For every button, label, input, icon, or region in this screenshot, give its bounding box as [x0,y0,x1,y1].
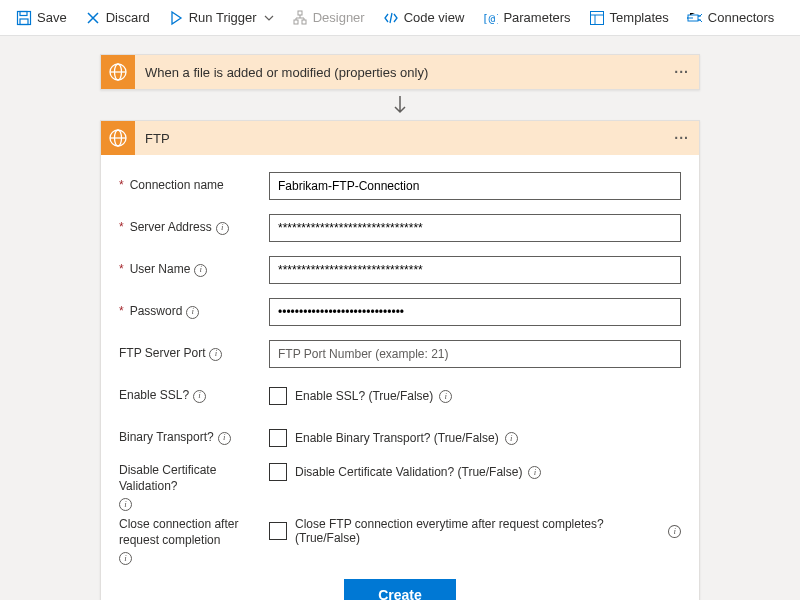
label-disable-cert: Disable Certificate Validation? i [119,463,269,511]
label-password: *Password i [119,304,269,320]
ftp-card-header[interactable]: FTP ··· [101,121,699,155]
trigger-card[interactable]: When a file is added or modified (proper… [100,54,700,90]
templates-button[interactable]: Templates [581,6,677,30]
label-server-address: *Server Address i [119,220,269,236]
binary-transport-check-label: Enable Binary Transport? (True/False) i [295,431,518,445]
connectors-label: Connectors [708,10,774,25]
connectors-button[interactable]: Connectors [679,6,782,30]
connection-name-input[interactable] [269,172,681,200]
row-disable-cert: Disable Certificate Validation? i Disabl… [119,461,681,511]
code-view-button[interactable]: Code view [375,6,473,30]
play-icon [168,10,184,26]
parameters-label: Parameters [503,10,570,25]
svg-rect-3 [298,11,302,15]
row-connection-name: *Connection name [119,167,681,205]
info-icon[interactable]: i [193,390,206,403]
trigger-card-header[interactable]: When a file is added or modified (proper… [101,55,699,89]
svg-rect-4 [294,20,298,24]
binary-transport-checkbox[interactable] [269,429,287,447]
ftp-form: *Connection name *Server Address i *User… [101,155,699,600]
svg-text:[@]: [@] [482,12,498,25]
label-user-name: *User Name i [119,262,269,278]
info-icon[interactable]: i [528,466,541,479]
ftp-title: FTP [135,131,674,146]
disable-cert-check-label: Disable Certificate Validation? (True/Fa… [295,465,541,479]
info-icon[interactable]: i [668,525,681,538]
info-icon[interactable]: i [186,306,199,319]
svg-rect-2 [20,19,28,25]
info-icon[interactable]: i [439,390,452,403]
row-ftp-port: FTP Server Port i [119,335,681,373]
parameters-icon: [@] [482,10,498,26]
code-view-label: Code view [404,10,465,25]
ftp-action-card: FTP ··· *Connection name *Server Address… [100,120,700,600]
ftp-menu-button[interactable]: ··· [674,130,689,146]
info-icon[interactable]: i [216,222,229,235]
label-connection-name: *Connection name [119,178,269,194]
disable-cert-checkbox[interactable] [269,463,287,481]
svg-rect-5 [302,20,306,24]
ftp-port-input[interactable] [269,340,681,368]
designer-canvas: When a file is added or modified (proper… [0,36,800,600]
label-enable-ssl: Enable SSL? i [119,388,269,404]
trigger-title: When a file is added or modified (proper… [135,65,674,80]
svg-rect-7 [590,11,603,24]
discard-icon [85,10,101,26]
info-icon[interactable]: i [209,348,222,361]
label-close-conn: Close connection after request completio… [119,517,269,565]
discard-button[interactable]: Discard [77,6,158,30]
svg-rect-1 [20,11,27,15]
save-icon [16,10,32,26]
info-icon[interactable]: i [505,432,518,445]
server-address-input[interactable] [269,214,681,242]
user-name-input[interactable] [269,256,681,284]
flow-container: When a file is added or modified (proper… [0,54,800,600]
templates-label: Templates [610,10,669,25]
ftp-connector-icon [101,55,135,89]
designer-button: Designer [284,6,373,30]
run-trigger-button[interactable]: Run Trigger [160,6,282,30]
enable-ssl-checkbox[interactable] [269,387,287,405]
info-icon[interactable]: i [119,498,132,511]
password-input[interactable] [269,298,681,326]
label-ftp-port: FTP Server Port i [119,346,269,362]
connectors-icon [687,10,703,26]
trigger-menu-button[interactable]: ··· [674,64,689,80]
row-server-address: *Server Address i [119,209,681,247]
flow-arrow [392,90,408,120]
chevron-down-icon [264,10,274,26]
run-trigger-label: Run Trigger [189,10,257,25]
close-conn-checkbox[interactable] [269,522,287,540]
discard-label: Discard [106,10,150,25]
label-binary-transport: Binary Transport? i [119,430,269,446]
row-user-name: *User Name i [119,251,681,289]
row-enable-ssl: Enable SSL? i Enable SSL? (True/False) i [119,377,681,415]
templates-icon [589,10,605,26]
ftp-connector-icon [101,121,135,155]
info-icon[interactable]: i [194,264,207,277]
row-binary-transport: Binary Transport? i Enable Binary Transp… [119,419,681,457]
enable-ssl-check-label: Enable SSL? (True/False) i [295,389,452,403]
save-label: Save [37,10,67,25]
info-icon[interactable]: i [218,432,231,445]
row-password: *Password i [119,293,681,331]
info-icon[interactable]: i [119,552,132,565]
designer-label: Designer [313,10,365,25]
parameters-button[interactable]: [@] Parameters [474,6,578,30]
create-button[interactable]: Create [344,579,456,600]
close-conn-check-label: Close FTP connection everytime after req… [295,517,681,545]
row-close-conn: Close connection after request completio… [119,515,681,565]
toolbar: Save Discard Run Trigger Designer Code v… [0,0,800,36]
code-icon [383,10,399,26]
designer-icon [292,10,308,26]
save-button[interactable]: Save [8,6,75,30]
